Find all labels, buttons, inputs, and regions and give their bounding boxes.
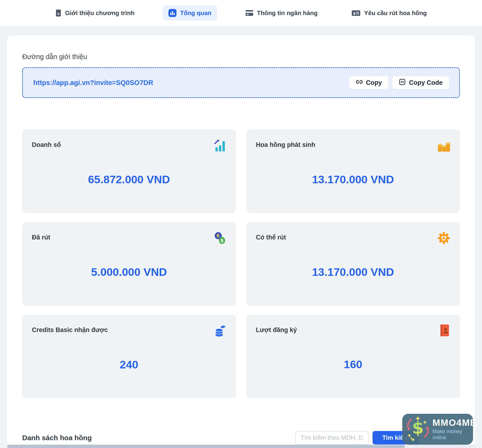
stat-value: 13.170.000 VND	[312, 173, 394, 186]
stat-value: 5.000.000 VND	[91, 265, 167, 279]
tab-label: Giới thiệu chương trình	[65, 9, 134, 17]
stat-card-revenue: Doanh số 65.872.000 VND	[22, 130, 236, 213]
svg-text:$: $	[220, 238, 224, 243]
tab-label: Tổng quan	[180, 9, 211, 17]
referral-actions: Copy Copy Code	[349, 76, 449, 89]
stat-label: Đã rút	[32, 232, 50, 241]
copy-button-label: Copy	[366, 79, 382, 87]
tab-label: Thông tin ngân hàng	[257, 9, 318, 17]
stat-value: 160	[344, 358, 362, 371]
stats-grid: Doanh số 65.872.000 VND Hoa hồng phát si	[22, 130, 460, 398]
referral-link-box: https://app.agi.vn?invite=SQ0SO7DR Copy	[22, 67, 460, 98]
stat-label: Có thể rút	[256, 232, 286, 241]
overview-panel: Đường dẫn giới thiệu https://app.agi.vn?…	[7, 35, 475, 448]
scrollbar-thumb[interactable]	[7, 445, 405, 448]
stat-value: 65.872.000 VND	[88, 173, 170, 186]
stat-label: Hoa hồng phát sinh	[256, 139, 315, 149]
address-book-icon	[439, 324, 450, 338]
bar-chart-icon	[168, 9, 177, 17]
stat-card-withdrawn: Đã rút € $ 5.000.000 VND	[22, 222, 236, 305]
chart-increasing-icon	[214, 139, 226, 153]
svg-text:$: $	[353, 11, 356, 16]
stat-card-commission-earned: Hoa hồng phát sinh 13.170.000 VND	[246, 130, 460, 213]
code-icon	[399, 78, 406, 87]
mmo4me-watermark: $ MMO4ME Make money online	[402, 414, 473, 445]
dollar-exchange-graphic: $	[404, 414, 432, 444]
stat-label: Credits Basic nhận được	[32, 324, 108, 334]
watermark-title: MMO4ME	[432, 418, 477, 428]
commissions-section-header: Danh sách hoa hồng Tìm kiếm Hủy bỏ	[22, 431, 460, 444]
coins-icon	[214, 324, 226, 338]
file-lines-icon	[55, 9, 62, 17]
stat-value: 240	[120, 358, 138, 371]
tab-bank-info[interactable]: Thông tin ngân hàng	[240, 6, 323, 20]
tab-withdraw-request[interactable]: $ Yêu cầu rút hoa hồng	[346, 6, 432, 20]
watermark-subtitle: Make money online	[432, 428, 477, 441]
stat-label: Doanh số	[32, 139, 61, 149]
stat-card-signups: Lượt đăng ký 160	[246, 315, 460, 398]
tab-program-intro[interactable]: Giới thiệu chương trình	[50, 6, 140, 20]
stat-card-withdrawable: Có thể rút	[246, 222, 460, 305]
horizontal-scrollbar[interactable]	[7, 445, 475, 448]
gear-icon	[437, 232, 450, 246]
currency-exchange-icon: € $	[214, 232, 226, 246]
search-input[interactable]	[295, 431, 368, 444]
link-icon	[356, 78, 363, 87]
stat-card-credits-basic: Credits Basic nhận được 240	[22, 315, 236, 398]
top-tab-bar: Giới thiệu chương trình Tổng quan Thông …	[0, 0, 482, 26]
copy-code-button-label: Copy Code	[409, 79, 443, 87]
stat-label: Lượt đăng ký	[256, 324, 297, 334]
copy-button[interactable]: Copy	[349, 76, 389, 89]
referral-url[interactable]: https://app.agi.vn?invite=SQ0SO7DR	[33, 79, 153, 87]
referral-link-heading: Đường dẫn giới thiệu	[22, 53, 460, 61]
tab-overview[interactable]: Tổng quan	[163, 5, 217, 21]
coin-stacks-icon	[437, 139, 450, 153]
stat-value: 13.170.000 VND	[312, 265, 394, 279]
copy-code-button[interactable]: Copy Code	[392, 76, 449, 89]
svg-text:€: €	[216, 233, 220, 239]
commissions-title: Danh sách hoa hồng	[22, 434, 92, 442]
credit-card-icon	[245, 9, 253, 16]
tab-label: Yêu cầu rút hoa hồng	[364, 9, 427, 17]
money-check-icon: $	[351, 9, 360, 16]
